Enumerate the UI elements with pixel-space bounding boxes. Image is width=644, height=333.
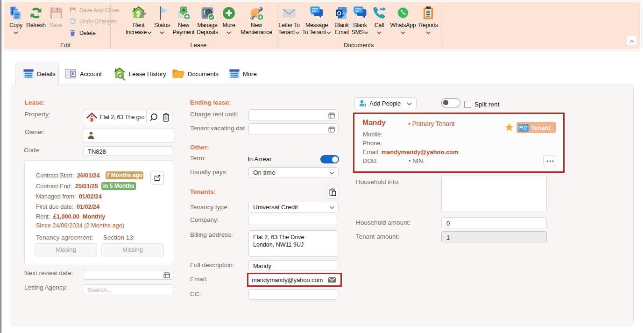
svg-text:$: $	[72, 71, 74, 76]
svg-text:O: O	[337, 10, 341, 17]
